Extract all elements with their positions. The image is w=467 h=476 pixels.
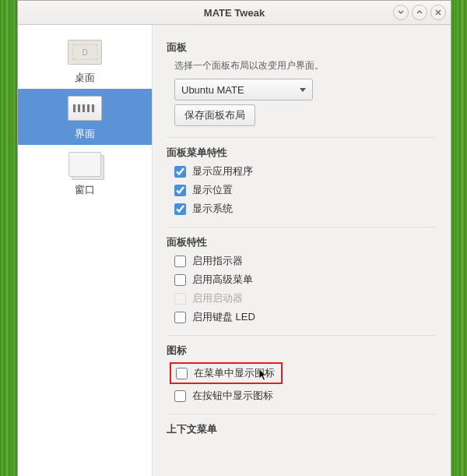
section-panel-heading: 面板: [167, 41, 435, 55]
checkbox-show-icons-in-buttons[interactable]: 在按钮中显示图标: [174, 389, 435, 403]
chevron-down-icon: [300, 88, 306, 92]
checkbox-input[interactable]: [174, 274, 186, 286]
checkbox-input[interactable]: [174, 185, 186, 196]
button-label: 保存面板布局: [184, 108, 245, 122]
sidebar-item-window[interactable]: 窗口: [18, 145, 152, 201]
checkbox-input[interactable]: [176, 368, 188, 379]
checkbox-label: 显示应用程序: [192, 164, 253, 178]
panel-hint: 选择一个面板布局以改变用户界面。: [174, 59, 435, 72]
checkbox-show-places[interactable]: 显示位置: [174, 183, 435, 197]
checkbox-label: 启用指示器: [192, 254, 243, 268]
sidebar-item-desktop[interactable]: 桌面: [18, 33, 152, 89]
section-context-menu-heading: 上下文菜单: [167, 422, 435, 436]
checkbox-input[interactable]: [174, 166, 186, 178]
divider: [167, 137, 435, 138]
checkbox-input[interactable]: [174, 312, 186, 323]
checkbox-show-system[interactable]: 显示系统: [174, 202, 435, 216]
checkbox-label: 在菜单中显示图标: [194, 366, 275, 380]
section-icons-heading: 图标: [167, 344, 435, 358]
checkbox-label: 启用高级菜单: [192, 273, 253, 287]
window-title: MATE Tweak: [204, 7, 265, 19]
section-panel-features-heading: 面板特性: [167, 235, 435, 249]
panel-layout-combo[interactable]: Ubuntu MATE: [174, 79, 313, 100]
mate-tweak-window: MATE Tweak 桌面: [17, 0, 451, 476]
checkbox-label: 在按钮中显示图标: [192, 389, 273, 403]
panel-layout-value: Ubuntu MATE: [181, 84, 244, 96]
checkbox-label: 显示位置: [192, 183, 233, 197]
checkbox-enable-indicators[interactable]: 启用指示器: [174, 254, 435, 268]
sidebar-item-label: 桌面: [75, 71, 95, 85]
titlebar: MATE Tweak: [18, 1, 451, 25]
divider: [167, 335, 435, 336]
sidebar-item-label: 界面: [75, 127, 95, 141]
windows-icon: [66, 149, 104, 180]
checkbox-input[interactable]: [174, 256, 186, 267]
checkbox-input[interactable]: [174, 203, 186, 215]
interface-icon: [66, 93, 104, 124]
checkbox-label: 启用键盘 LED: [192, 310, 255, 324]
checkbox-label: 启用启动器: [192, 291, 243, 305]
desktop-background: MATE Tweak 桌面: [0, 0, 467, 476]
sidebar-item-interface[interactable]: 界面: [18, 89, 152, 145]
desktop-icon: [66, 37, 104, 68]
checkbox-enable-advanced-menu[interactable]: 启用高级菜单: [174, 273, 435, 287]
checkbox-input[interactable]: [174, 390, 186, 402]
sidebar: 桌面 界面 窗口: [18, 25, 153, 476]
divider: [167, 227, 435, 227]
highlighted-option: 在菜单中显示图标: [170, 362, 283, 384]
checkbox-input: [174, 293, 186, 305]
save-panel-layout-button[interactable]: 保存面板布局: [174, 104, 255, 126]
checkbox-enable-launcher: 启用启动器: [174, 291, 435, 305]
checkbox-label: 显示系统: [192, 202, 233, 216]
section-panel-menu-heading: 面板菜单特性: [167, 146, 435, 160]
minimize-button[interactable]: [393, 5, 409, 20]
sidebar-item-label: 窗口: [75, 183, 95, 197]
window-controls: [393, 5, 446, 20]
checkbox-show-applications[interactable]: 显示应用程序: [174, 164, 435, 178]
divider: [167, 414, 435, 414]
content-pane: 面板 选择一个面板布局以改变用户界面。 Ubuntu MATE 保存面板布局 面…: [153, 25, 451, 476]
checkbox-show-icons-in-menus[interactable]: 在菜单中显示图标: [176, 366, 275, 380]
checkbox-enable-keyboard-led[interactable]: 启用键盘 LED: [174, 310, 435, 324]
close-button[interactable]: [430, 5, 446, 20]
maximize-button[interactable]: [412, 5, 427, 20]
